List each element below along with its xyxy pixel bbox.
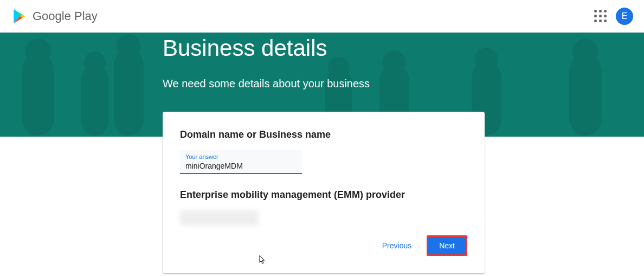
emm-value-blurred	[180, 210, 259, 226]
domain-label: Domain name or Business name	[180, 129, 467, 140]
emm-field-group: Enterprise mobility management (EMM) pro…	[180, 189, 467, 226]
logo-section[interactable]: Google Play	[11, 8, 98, 25]
input-hint: Your answer	[185, 153, 297, 160]
page-subtitle: We need some details about your business	[163, 78, 644, 90]
apps-icon[interactable]	[594, 10, 607, 23]
button-row: Previous Next	[180, 235, 467, 256]
header-right: E	[594, 8, 633, 25]
google-play-icon	[11, 8, 28, 25]
page-title: Business details	[163, 35, 644, 61]
form-card: Domain name or Business name Your answer…	[163, 112, 485, 273]
next-button[interactable]: Next	[427, 235, 467, 256]
domain-field-group: Domain name or Business name Your answer	[180, 129, 467, 174]
emm-label: Enterprise mobility management (EMM) pro…	[180, 189, 467, 201]
domain-input-wrapper[interactable]: Your answer	[180, 150, 302, 174]
domain-input[interactable]	[185, 162, 297, 170]
logo-text: Google Play	[33, 9, 98, 23]
header: Google Play E	[0, 0, 644, 33]
avatar[interactable]: E	[616, 8, 633, 25]
previous-button[interactable]: Previous	[376, 237, 418, 254]
cursor-icon	[259, 255, 267, 267]
banner-content: Business details We need some details ab…	[0, 33, 644, 90]
